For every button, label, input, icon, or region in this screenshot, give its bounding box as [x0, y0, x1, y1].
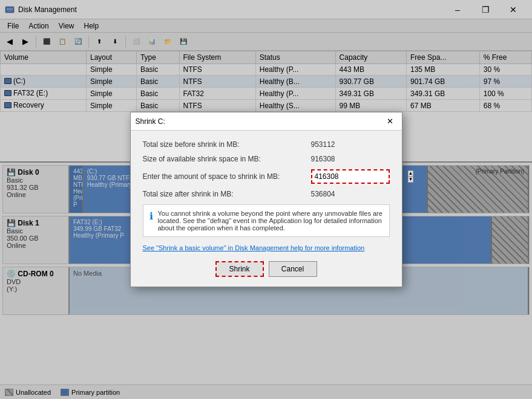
modal-overlay: Shrink C: ✕ Total size before shrink in … [0, 0, 532, 399]
field-total-before: Total size before shrink in MB: 953112 [143, 140, 390, 149]
help-link[interactable]: See "Shrink a basic volume" in Disk Mana… [143, 244, 390, 251]
info-text: You cannot shrink a volume beyond the po… [158, 210, 383, 232]
info-box: ℹ You cannot shrink a volume beyond the … [143, 204, 390, 237]
spin-up-button[interactable]: ▲ [408, 170, 414, 177]
shrink-amount-input-wrapper[interactable]: ▲ ▼ [311, 169, 390, 184]
modal-close-button[interactable]: ✕ [384, 115, 397, 128]
shrink-amount-input[interactable] [312, 170, 408, 183]
modal-title-bar: Shrink C: ✕ [131, 112, 402, 131]
spin-down-button[interactable]: ▼ [408, 177, 414, 183]
modal-body: Total size before shrink in MB: 953112 S… [131, 131, 402, 287]
field-shrink-amount: Enter the amount of space to shrink in M… [143, 169, 390, 184]
field-total-after: Total size after shrink in MB: 536804 [143, 190, 390, 198]
value-total-before: 953112 [311, 140, 390, 149]
info-icon: ℹ [149, 210, 153, 232]
label-shrink-amount: Enter the amount of space to shrink in M… [143, 172, 311, 181]
label-total-after: Total size after shrink in MB: [143, 190, 311, 198]
modal-title: Shrink C: [136, 117, 384, 126]
value-available-space: 916308 [311, 155, 390, 163]
label-total-before: Total size before shrink in MB: [143, 140, 311, 149]
value-total-after: 536804 [311, 190, 390, 198]
field-available-space: Size of available shrink space in MB: 91… [143, 155, 390, 163]
cancel-button[interactable]: Cancel [269, 261, 317, 277]
shrink-spinner[interactable]: ▲ ▼ [408, 170, 414, 183]
label-available-space: Size of available shrink space in MB: [143, 155, 311, 163]
shrink-dialog: Shrink C: ✕ Total size before shrink in … [130, 112, 402, 287]
modal-button-row: Shrink Cancel [143, 261, 390, 277]
shrink-button[interactable]: Shrink [215, 261, 264, 277]
